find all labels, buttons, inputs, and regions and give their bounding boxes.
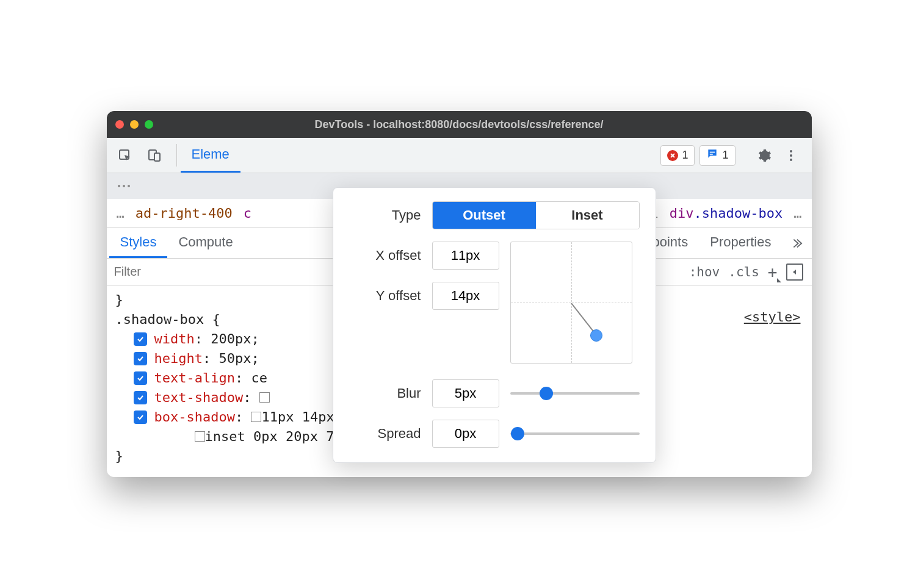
breadcrumb-ellipsis: … [793, 206, 801, 221]
svg-point-10 [128, 185, 130, 187]
maximize-window-button[interactable] [145, 120, 153, 129]
svg-point-9 [123, 185, 125, 187]
breadcrumb-selected[interactable]: div.shadow-box [670, 206, 782, 221]
settings-icon[interactable] [753, 145, 775, 167]
shadow-editor-icon[interactable] [251, 412, 261, 422]
svg-point-7 [790, 159, 792, 161]
svg-point-8 [118, 185, 120, 187]
tab-styles[interactable]: Styles [109, 228, 168, 258]
outset-button[interactable]: Outset [433, 202, 536, 229]
type-label: Type [349, 207, 421, 223]
svg-point-6 [790, 154, 792, 157]
toggle-sidebar-icon[interactable] [786, 264, 803, 281]
offset-grid[interactable] [510, 242, 632, 364]
slider-thumb[interactable] [540, 387, 553, 400]
svg-rect-2 [154, 153, 160, 161]
hov-toggle[interactable]: :hov [689, 265, 720, 279]
svg-point-5 [790, 150, 792, 152]
more-tabs-icon[interactable] [782, 228, 809, 258]
messages-count: 1 [722, 149, 728, 162]
x-offset-input[interactable] [432, 242, 499, 270]
y-offset-input[interactable] [432, 282, 499, 310]
errors-count: 1 [682, 149, 688, 162]
messages-badge[interactable]: 1 [699, 145, 735, 166]
x-offset-label: X offset [349, 248, 421, 264]
inset-button[interactable]: Inset [536, 202, 639, 229]
slider-thumb[interactable] [511, 427, 524, 440]
blur-label: Blur [349, 385, 421, 401]
inspect-icon[interactable] [114, 145, 136, 167]
prop-toggle[interactable] [134, 411, 147, 424]
y-offset-label: Y offset [349, 288, 421, 304]
message-icon [706, 148, 718, 163]
error-icon [667, 150, 678, 161]
prop-toggle[interactable] [134, 371, 147, 385]
close-window-button[interactable] [115, 120, 124, 129]
cls-toggle[interactable]: .cls [728, 265, 759, 279]
box-shadow-editor-popup: Type Outset Inset X offset Y offset [333, 187, 656, 463]
tab-elements[interactable]: Eleme [181, 138, 240, 173]
new-style-rule-icon[interactable]: + [768, 263, 778, 281]
blur-slider[interactable] [510, 392, 640, 395]
style-source-link[interactable]: <style> [744, 307, 801, 327]
devtools-window: DevTools - localhost:8080/docs/devtools/… [107, 111, 812, 476]
shadow-type-segmented[interactable]: Outset Inset [432, 201, 640, 229]
svg-rect-3 [710, 152, 715, 153]
minimize-window-button[interactable] [130, 120, 139, 129]
errors-badge[interactable]: 1 [660, 145, 695, 166]
spread-slider[interactable] [510, 432, 640, 435]
shadow-editor-icon[interactable] [259, 392, 270, 403]
prop-toggle[interactable] [134, 352, 147, 365]
spread-label: Spread [349, 426, 421, 442]
titlebar: DevTools - localhost:8080/docs/devtools/… [107, 111, 812, 138]
tab-computed[interactable]: Compute [167, 228, 244, 258]
kebab-menu-icon[interactable] [780, 145, 802, 167]
prop-toggle[interactable] [134, 391, 147, 404]
breadcrumb-ellipsis: … [117, 206, 125, 221]
breadcrumb-item[interactable]: c [244, 206, 251, 221]
tab-properties[interactable]: Properties [699, 228, 782, 258]
breadcrumb-item[interactable]: ad-right-400 [136, 206, 233, 221]
shadow-editor-icon[interactable] [195, 431, 205, 442]
spread-input[interactable] [432, 420, 499, 448]
svg-rect-4 [710, 154, 713, 155]
blur-input[interactable] [432, 379, 499, 407]
main-toolbar: Eleme 1 1 [107, 138, 812, 173]
window-controls [115, 120, 153, 129]
prop-toggle[interactable] [134, 332, 147, 346]
window-title: DevTools - localhost:8080/docs/devtools/… [107, 118, 812, 131]
offset-handle[interactable] [590, 329, 602, 342]
device-toggle-icon[interactable] [143, 145, 165, 167]
